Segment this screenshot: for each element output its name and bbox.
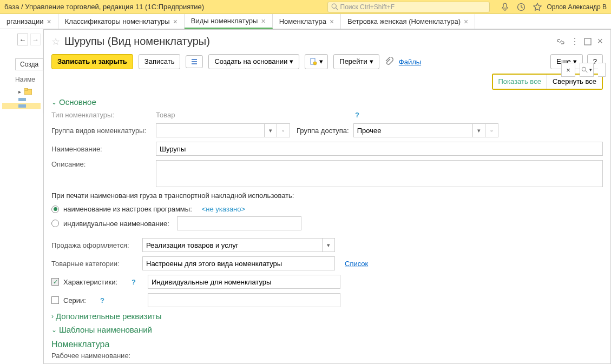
close-icon[interactable]: × [47, 17, 51, 26]
access-group-label: Группа доступа: [297, 127, 349, 135]
tab-nomenclature[interactable]: Номенклатура× [273, 14, 341, 29]
item-icon [18, 98, 26, 101]
char-field[interactable] [148, 275, 340, 289]
search-icon [581, 67, 588, 74]
history-icon[interactable] [517, 3, 525, 11]
attachment-icon[interactable] [385, 57, 393, 66]
close-icon[interactable]: × [261, 17, 265, 25]
name-label: Наименование: [51, 145, 152, 153]
access-group-input[interactable]: ▾ ▫ [353, 123, 498, 137]
bell-icon[interactable] [501, 3, 509, 11]
search-button[interactable]: ▾ [580, 63, 594, 77]
series-field[interactable] [148, 293, 340, 307]
radio-program-name[interactable] [51, 206, 59, 213]
svg-rect-4 [24, 88, 28, 90]
tree-row-selected[interactable] [2, 103, 41, 109]
global-search[interactable]: Поиск Ctrl+Shift+F [327, 2, 490, 12]
access-group-field[interactable] [353, 123, 472, 137]
dropdown-icon[interactable]: ▾ [322, 238, 335, 252]
chevron-down-icon: ⌄ [51, 326, 57, 334]
toolbar: Записать и закрыть Записать Создать на о… [44, 52, 610, 74]
radio-individual-name[interactable] [51, 220, 59, 227]
tab-bar: рганизации× Классификаторы номенклатуры×… [0, 14, 611, 29]
type-value: Товар [156, 111, 351, 119]
title-bar: база / Управление торговлей, редакция 11… [0, 0, 611, 14]
list-icon-button[interactable] [186, 55, 203, 68]
maximize-icon[interactable] [584, 38, 592, 45]
radio1-label: наименование из настроек программы: [63, 205, 192, 213]
close-icon[interactable]: × [173, 17, 178, 26]
search-icon [331, 3, 338, 10]
individual-name-field[interactable] [177, 216, 301, 230]
series-checkbox[interactable] [51, 296, 59, 304]
tree-row[interactable]: ▸ [2, 87, 41, 96]
svg-point-10 [582, 67, 586, 71]
forward-button[interactable]: → [30, 34, 41, 45]
chevron-right-icon: › [51, 313, 54, 320]
help-icon[interactable]: ? [132, 278, 136, 286]
group-input[interactable]: ▾ ▫ [156, 123, 290, 137]
dropdown-icon[interactable]: ▾ [264, 123, 277, 137]
close-icon[interactable]: × [597, 36, 603, 47]
back-button[interactable]: ← [17, 34, 28, 45]
print-note: При печати наименования груза в транспор… [51, 191, 603, 200]
close-button[interactable]: × [561, 63, 575, 77]
series-label: Серии: [63, 296, 96, 305]
help-icon[interactable]: ? [355, 111, 359, 119]
section-templates[interactable]: ⌄Шаблоны наименований [51, 325, 603, 334]
tree-row[interactable] [2, 96, 41, 103]
folder-icon [24, 88, 32, 95]
characteristics-checkbox[interactable] [51, 278, 59, 286]
link-icon[interactable] [556, 37, 565, 46]
help-icon[interactable]: ? [100, 296, 104, 305]
document-icon [310, 58, 317, 65]
show-all-button[interactable]: Показать все [493, 75, 547, 89]
tab-kinds[interactable]: Виды номенклатуры× [185, 14, 273, 29]
files-link[interactable]: Файлы [399, 58, 421, 66]
list-header: Наиме [2, 72, 41, 87]
tab-organizations[interactable]: рганизации× [0, 14, 58, 29]
favorite-star-icon[interactable]: ☆ [51, 36, 60, 48]
form-title: Шурупы (Вид номенклатуры) [64, 35, 552, 48]
save-button[interactable]: Записать [139, 54, 181, 69]
app-title: база / Управление торговлей, редакция 11… [4, 3, 204, 11]
section-main[interactable]: ⌄Основное [51, 97, 603, 107]
cat-list-link[interactable]: Список [345, 260, 368, 268]
item-icon [18, 104, 26, 108]
desc-field[interactable] [156, 160, 603, 187]
overflow[interactable] [598, 63, 606, 77]
type-label: Тип номенклатуры: [51, 111, 152, 119]
chevron-down-icon: ▾ [370, 57, 373, 67]
tab-vetrovka[interactable]: Ветровка женская (Номенклатура)× [341, 14, 475, 29]
form-content: ⌄Основное Тип номенклатуры: Товар ? Груп… [44, 94, 610, 363]
create-button[interactable]: Созда [15, 58, 43, 70]
radio2-label: индивидуальное наименование: [63, 220, 169, 228]
sale-input[interactable]: ▾ [142, 238, 335, 252]
sale-field[interactable] [142, 238, 322, 252]
svg-line-11 [586, 71, 587, 72]
chevron-down-icon: ▾ [319, 57, 323, 67]
open-icon[interactable]: ▫ [277, 123, 290, 137]
name-field[interactable] [156, 142, 603, 156]
doc-icon-button[interactable]: ▾ [305, 54, 328, 69]
section-additional[interactable]: ›Дополнительные реквизиты [51, 312, 603, 321]
window-header: ☆ Шурупы (Вид номенклатуры) ⋮ × [44, 30, 610, 52]
save-and-close-button[interactable]: Записать и закрыть [51, 54, 133, 69]
left-panel: ← → Созда Наиме ▸ [0, 29, 43, 114]
close-icon[interactable]: × [464, 17, 468, 26]
group-field[interactable] [156, 123, 264, 137]
char-label: Характеристики: [63, 278, 127, 286]
user-name[interactable]: Орлов Александр В [547, 3, 607, 11]
create-based-button[interactable]: Создать на основании ▾ [208, 54, 299, 69]
goto-button[interactable]: Перейти ▾ [333, 54, 379, 69]
tab-classifiers[interactable]: Классификаторы номенклатуры× [58, 14, 185, 29]
work-name-label: Рабочее наименование: [51, 352, 603, 360]
kebab-icon[interactable]: ⋮ [570, 36, 579, 47]
cat-field[interactable] [142, 256, 335, 270]
star-icon[interactable] [533, 3, 542, 11]
open-icon[interactable]: ▫ [485, 123, 498, 137]
close-icon[interactable]: × [330, 17, 334, 26]
dropdown-icon[interactable]: ▾ [472, 123, 485, 137]
bg-right-buttons: × ▾ [561, 63, 606, 77]
radio1-value[interactable]: <не указано> [202, 205, 245, 213]
